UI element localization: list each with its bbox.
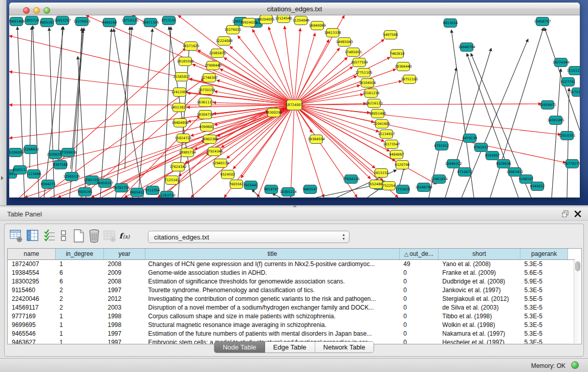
create-column-icon[interactable]: [72, 229, 85, 243]
cell-year[interactable]: 2009: [104, 268, 145, 277]
cell-name[interactable]: 19384554: [8, 268, 55, 277]
cell-title[interactable]: Changes of HCN gene expression and I(f) …: [145, 259, 400, 268]
network-window-titlebar[interactable]: citations_edges.txt: [9, 3, 580, 15]
expand-panel-arrow-icon[interactable]: [1, 176, 4, 180]
table-vertical-scrollbar[interactable]: [574, 260, 581, 343]
table-row[interactable]: 969969511998Structural magnetic resonanc…: [8, 320, 575, 329]
select-all-icon[interactable]: [43, 229, 57, 243]
cell-short[interactable]: Wolkin et al. (1998): [438, 320, 520, 329]
tab-network-table[interactable]: Network Table: [315, 342, 374, 353]
column-header-pagerank[interactable]: pagerank: [520, 249, 568, 259]
cell-short[interactable]: Tibbo et al. (1998): [438, 312, 520, 320]
scrollbar-thumb[interactable]: [575, 261, 580, 271]
cell-out_de[interactable]: 0: [399, 294, 438, 303]
table-mode-icon[interactable]: [10, 229, 23, 243]
delete-columns-icon[interactable]: [88, 229, 101, 243]
table-row[interactable]: 977716911998Corpus callosum shape and si…: [8, 312, 575, 320]
cell-out_de[interactable]: 0: [399, 303, 438, 312]
cell-pagerank[interactable]: 5.3E-5: [520, 286, 568, 294]
column-header-title[interactable]: title: [145, 249, 400, 259]
table-row[interactable]: 2242004622012Investigating the contribut…: [8, 294, 575, 303]
cell-pagerank[interactable]: 5.3E-5: [520, 320, 568, 329]
cell-short[interactable]: de Silva et al. (2003): [438, 303, 520, 312]
cell-out_de[interactable]: 0: [399, 268, 438, 277]
float-panel-icon[interactable]: [561, 210, 570, 218]
table-row[interactable]: 1872400712008Changes of HCN gene express…: [8, 259, 575, 268]
network-node-label: 15958757: [534, 19, 551, 24]
cell-name[interactable]: 9699695: [8, 320, 55, 329]
cell-name[interactable]: 9115460: [8, 286, 55, 294]
cell-name[interactable]: 9465546: [8, 329, 55, 338]
cell-in_degree[interactable]: 6: [55, 268, 103, 277]
cell-year[interactable]: 2008: [104, 277, 145, 286]
cell-short[interactable]: Dudbridge et al. (2008): [438, 277, 520, 286]
cell-title[interactable]: Corpus callosum shape and size in male p…: [145, 312, 400, 320]
cell-in_degree[interactable]: 2: [55, 294, 103, 303]
cell-pagerank[interactable]: 5.3E-5: [520, 329, 568, 338]
cell-in_degree[interactable]: 1: [55, 259, 103, 268]
table-row[interactable]: 1456911722003Disruption of a novel membe…: [8, 303, 575, 312]
cell-year[interactable]: 2012: [104, 294, 145, 303]
column-header-year[interactable]: year: [104, 249, 145, 259]
cell-short[interactable]: Jankovic et al. (1997): [438, 286, 520, 294]
cell-pagerank[interactable]: 5.3E-5: [520, 259, 568, 268]
network-canvas[interactable]: 2069140610557248605181105532571527602364…: [9, 15, 580, 198]
clear-selection-icon[interactable]: [59, 229, 72, 243]
cell-title[interactable]: Estimation of significance thresholds fo…: [145, 277, 400, 286]
column-header-name[interactable]: name: [8, 249, 55, 259]
cell-title[interactable]: Estimation of the future numbers of pati…: [145, 329, 400, 338]
cell-in_degree[interactable]: 6: [55, 277, 103, 286]
cell-title[interactable]: Disruption of a novel member of a sodium…: [145, 303, 400, 312]
cell-name[interactable]: 9777169: [8, 312, 55, 320]
cell-name[interactable]: 18300295: [8, 277, 55, 286]
cell-title[interactable]: Structural magnetic resonance image aver…: [145, 320, 400, 329]
column-header-in_degree[interactable]: in_degree: [55, 249, 103, 259]
cell-year[interactable]: 2008: [104, 259, 145, 268]
close-panel-icon[interactable]: [574, 210, 582, 218]
cell-in_degree[interactable]: 2: [55, 303, 103, 312]
cell-title[interactable]: Tourette syndrome. Phenomenology and cla…: [145, 286, 400, 294]
cell-year[interactable]: 1998: [104, 312, 145, 320]
function-builder-icon[interactable]: f(x): [118, 229, 132, 243]
memory-ok-led-icon[interactable]: [571, 361, 579, 369]
cell-year[interactable]: 1997: [104, 286, 145, 294]
table-row[interactable]: 1830029562008Estimation of significance …: [8, 277, 575, 286]
cell-out_de[interactable]: 49: [399, 259, 438, 268]
cell-name[interactable]: 14569117: [8, 303, 55, 312]
network-node-label: 8791937: [474, 145, 489, 149]
column-header-short[interactable]: short: [438, 249, 520, 259]
cell-out_de[interactable]: 0: [399, 329, 438, 338]
column-header-out_de[interactable]: △out_de...: [399, 249, 438, 259]
cell-pagerank[interactable]: 5.3E-5: [520, 312, 568, 320]
table-row[interactable]: 946554611997Estimation of the future num…: [8, 329, 575, 338]
show-columns-icon[interactable]: [26, 229, 39, 243]
table-row[interactable]: 911546021997Tourette syndrome. Phenomeno…: [8, 286, 575, 294]
cell-short[interactable]: Nakamura et al. (1997): [438, 329, 520, 338]
cell-name[interactable]: 18724007: [8, 259, 55, 268]
cell-pagerank[interactable]: 5.9E-5: [520, 277, 568, 286]
tab-edge-table[interactable]: Edge Table: [265, 342, 315, 353]
cell-short[interactable]: Yano et al. (2008): [438, 259, 520, 268]
cell-year[interactable]: 2003: [104, 303, 145, 312]
cell-year[interactable]: 1997: [104, 329, 145, 338]
network-table-select[interactable]: citations_edges.txt ▲▼: [148, 231, 350, 243]
cell-out_de[interactable]: 0: [399, 320, 438, 329]
cell-in_degree[interactable]: 2: [55, 286, 103, 294]
tab-node-table[interactable]: Node Table: [214, 342, 265, 353]
cell-pagerank[interactable]: 5.5E-5: [520, 294, 568, 303]
cell-short[interactable]: Franke et al. (2009): [438, 268, 520, 277]
cell-in_degree[interactable]: 1: [55, 312, 103, 320]
cell-year[interactable]: 1998: [104, 320, 145, 329]
cell-out_de[interactable]: 0: [399, 286, 438, 294]
cell-title[interactable]: Genome-wide association studies in ADHD.: [145, 268, 400, 277]
cell-in_degree[interactable]: 1: [55, 320, 103, 329]
table-row[interactable]: 1938455462009Genome-wide association stu…: [8, 268, 575, 277]
cell-title[interactable]: Investigating the contribution of common…: [145, 294, 400, 303]
cell-pagerank[interactable]: 5.6E-5: [520, 268, 568, 277]
cell-out_de[interactable]: 0: [399, 312, 438, 320]
cell-in_degree[interactable]: 1: [55, 329, 103, 338]
cell-name[interactable]: 22420046: [8, 294, 55, 303]
cell-pagerank[interactable]: 5.3E-5: [520, 303, 568, 312]
cell-out_de[interactable]: 0: [399, 277, 438, 286]
cell-short[interactable]: Stergiakouli et al. (2012): [438, 294, 520, 303]
